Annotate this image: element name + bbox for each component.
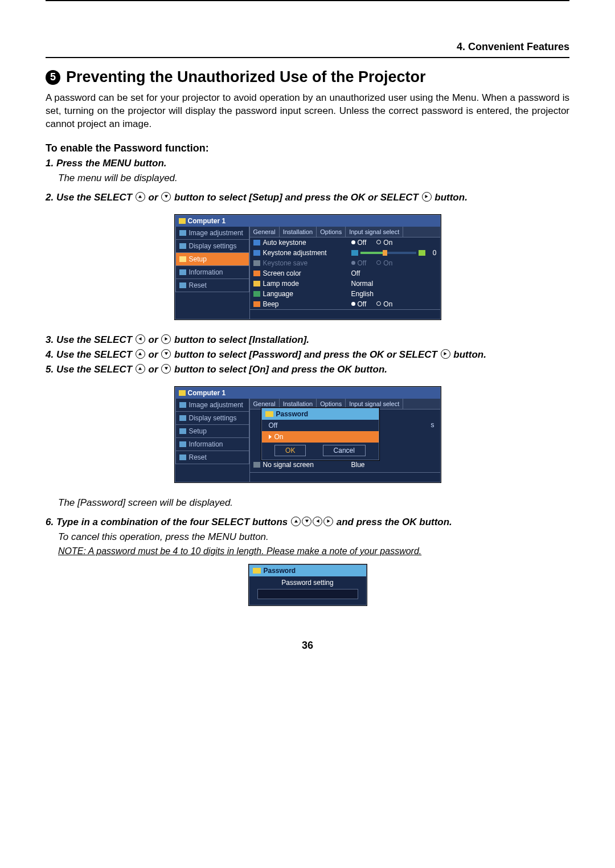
no-signal-icon xyxy=(253,462,260,468)
keystone-icon xyxy=(253,240,260,245)
image-icon xyxy=(179,230,186,236)
row-language[interactable]: LanguageEnglish xyxy=(250,289,440,299)
step-2: 2. Use the SELECT or button to select [S… xyxy=(46,192,468,203)
row-keystone-adjustment[interactable]: Keystone adjustment0 xyxy=(250,248,440,258)
tab-general[interactable]: General xyxy=(250,227,280,237)
display-icon xyxy=(179,415,186,421)
down-arrow-icon xyxy=(161,192,171,202)
row-auto-keystone[interactable]: Auto keystoneOffOn xyxy=(250,238,440,248)
down-arrow-icon xyxy=(161,349,171,359)
ok-button[interactable]: OK xyxy=(274,445,306,456)
sidebar-item-reset[interactable]: Reset xyxy=(175,451,249,464)
osd2-title: Computer 1 xyxy=(175,387,440,399)
password-setting-label: Password setting xyxy=(257,579,358,587)
language-icon xyxy=(253,291,260,297)
tab-installation[interactable]: Installation xyxy=(280,227,317,237)
osd-menu-2: Computer 1 Image adjustment Display sett… xyxy=(175,387,441,482)
setup-icon xyxy=(179,428,186,434)
step-1-sub: The menu will be displayed. xyxy=(58,173,569,184)
info-icon xyxy=(179,269,186,275)
reset-icon xyxy=(179,455,186,460)
step-5: 5. Use the SELECT or button to select [O… xyxy=(46,364,387,375)
post-step5: The [Password] screen will be displayed. xyxy=(58,497,569,509)
sidebar-item-reset[interactable]: Reset xyxy=(175,279,249,292)
lamp-icon xyxy=(253,281,260,286)
bg-stub-text: s xyxy=(431,421,434,429)
osd2-sidebar: Image adjustment Display settings Setup … xyxy=(175,399,250,482)
up-arrow-icon xyxy=(136,349,145,359)
up-arrow-icon xyxy=(291,517,301,526)
password-note: NOTE: A password must be 4 to 10 digits … xyxy=(58,546,569,556)
screen-color-icon xyxy=(253,271,260,276)
right-arrow-icon xyxy=(441,349,450,359)
osd1-title: Computer 1 xyxy=(175,215,440,227)
sidebar-item-image-adjustment[interactable]: Image adjustment xyxy=(175,399,249,412)
osd-menu-1: Computer 1 Image adjustment Display sett… xyxy=(175,215,441,320)
setup-icon xyxy=(179,256,186,262)
osd3-title: Password xyxy=(249,565,366,576)
step-6-sub: To cancel this operation, press the MENU… xyxy=(58,531,569,543)
chapter-title: 4. Convenient Features xyxy=(457,41,569,53)
page-number: 36 xyxy=(46,640,569,652)
sidebar-item-display-settings[interactable]: Display settings xyxy=(175,240,249,253)
row-keystone-save: Keystone saveOffOn xyxy=(250,258,440,268)
step-4: 4. Use the SELECT or button to select [P… xyxy=(46,349,486,360)
display-icon xyxy=(179,243,186,249)
info-icon xyxy=(179,441,186,447)
password-input[interactable] xyxy=(257,589,358,599)
down-arrow-icon xyxy=(302,517,311,526)
osd1-sidebar: Image adjustment Display settings Setup … xyxy=(175,227,250,319)
beep-icon xyxy=(253,301,260,307)
sidebar-item-setup[interactable]: Setup xyxy=(175,253,249,266)
tab-options[interactable]: Options xyxy=(317,227,346,237)
osd-footer xyxy=(250,309,440,319)
section-number-icon: 5 xyxy=(46,70,60,85)
keystone-adj-icon xyxy=(253,250,260,256)
osd-footer xyxy=(250,472,440,482)
sidebar-item-information[interactable]: Information xyxy=(175,266,249,279)
up-arrow-icon xyxy=(136,192,145,202)
tab-input-signal-select[interactable]: Input signal select xyxy=(346,227,403,237)
left-arrow-icon xyxy=(136,334,145,344)
left-arrow-icon xyxy=(313,517,322,526)
down-arrow-icon xyxy=(161,364,171,374)
password-popup: Password Off On OK Cancel xyxy=(261,408,379,460)
row-no-signal-screen[interactable]: No signal screenBlue xyxy=(250,460,440,470)
row-lamp-mode[interactable]: Lamp modeNormal xyxy=(250,279,440,289)
intro-paragraph: A password can be set for your projector… xyxy=(46,92,569,131)
sidebar-item-display-settings[interactable]: Display settings xyxy=(175,412,249,425)
step-3: 3. Use the SELECT or button to select [I… xyxy=(46,334,309,345)
reset-icon xyxy=(179,282,186,288)
subheading: To enable the Password function: xyxy=(46,142,569,154)
section-heading: 5 Preventing the Unauthorized Use of the… xyxy=(46,68,569,86)
right-arrow-icon xyxy=(161,334,171,344)
sidebar-item-image-adjustment[interactable]: Image adjustment xyxy=(175,227,249,240)
sidebar-item-information[interactable]: Information xyxy=(175,438,249,451)
cancel-button[interactable]: Cancel xyxy=(323,445,366,456)
osd1-tabs: General Installation Options Input signa… xyxy=(250,227,440,238)
projector-icon xyxy=(179,390,186,396)
osd-password-entry: Password Password setting xyxy=(249,564,367,605)
password-popup-title: Password xyxy=(262,408,379,420)
row-screen-color[interactable]: Screen colorOff xyxy=(250,268,440,279)
keystone-save-icon xyxy=(253,260,260,266)
sidebar-item-setup[interactable]: Setup xyxy=(175,425,249,438)
projector-icon xyxy=(179,218,186,224)
step-1: 1. Press the MENU button. xyxy=(46,158,167,169)
password-option-on[interactable]: On xyxy=(262,431,379,443)
password-option-off[interactable]: Off xyxy=(262,420,379,431)
section-heading-text: Preventing the Unauthorized Use of the P… xyxy=(66,68,426,86)
right-arrow-icon xyxy=(422,192,432,202)
right-arrow-icon xyxy=(323,517,333,526)
up-arrow-icon xyxy=(136,364,145,374)
keystone-slider[interactable]: 0 xyxy=(351,249,437,257)
password-icon xyxy=(253,568,261,574)
password-icon xyxy=(265,411,273,417)
step-6: 6. Type in a combination of the four SEL… xyxy=(46,517,452,527)
row-beep[interactable]: BeepOffOn xyxy=(250,299,440,309)
image-icon xyxy=(179,402,186,408)
